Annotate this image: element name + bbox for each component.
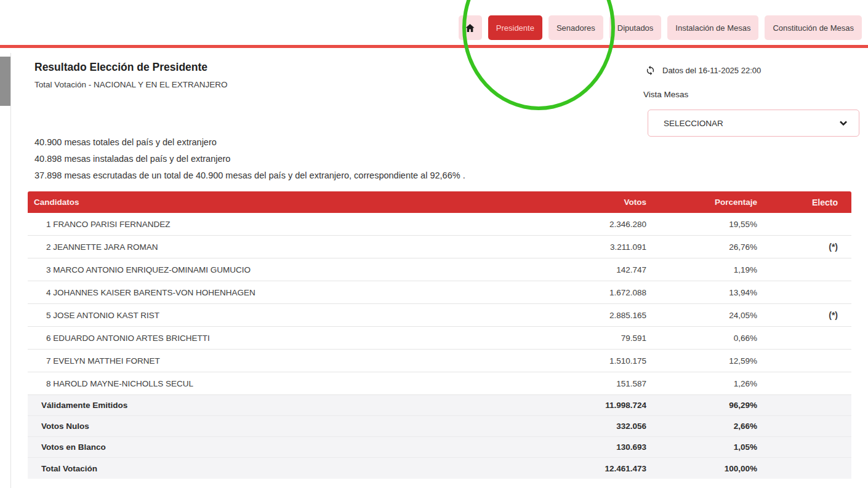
side-drawer-handle[interactable] xyxy=(0,57,10,106)
votes-cell: 151.587 xyxy=(554,379,662,388)
candidate-name-cell: 2 JEANNETTE JARA ROMAN xyxy=(28,242,554,252)
votes-cell: 11.998.724 xyxy=(554,401,662,410)
candidate-name-cell: 4 JOHANNES KAISER BARENTS-VON HOHENHAGEN xyxy=(28,288,554,297)
percentage-cell: 100,00% xyxy=(662,464,757,473)
votes-cell: 79.591 xyxy=(554,334,662,343)
tab-constitucion-de-mesas[interactable]: Constitución de Mesas xyxy=(765,15,862,40)
percentage-cell: 96,29% xyxy=(662,401,757,410)
header-porcentaje: Porcentaje xyxy=(662,198,757,207)
percentage-cell: 1,26% xyxy=(662,379,757,388)
votes-cell: 3.211.091 xyxy=(554,242,662,252)
table-row: 8 HAROLD MAYNE-NICHOLLS SECUL151.5871,26… xyxy=(28,372,851,395)
tab-diputados[interactable]: Diputados xyxy=(609,15,662,40)
servel-results-page: Presidente Senadores Diputados Instalaci… xyxy=(0,0,868,488)
tab-presidente[interactable]: Presidente xyxy=(488,15,542,40)
percentage-cell: 19,55% xyxy=(662,220,757,229)
votes-cell: 1.672.088 xyxy=(554,288,662,297)
votes-cell: 130.693 xyxy=(554,442,662,452)
vista-mesas-label: Vista Mesas xyxy=(643,90,688,99)
summary-row: Votos Nulos332.0562,66% xyxy=(28,416,851,437)
percentage-cell: 0,66% xyxy=(662,334,757,343)
summary-row: Válidamente Emitidos11.998.72496,29% xyxy=(28,395,851,416)
summary-row: Total Votación12.461.473100,00% xyxy=(28,458,851,479)
table-row: 7 EVELYN MATTHEI FORNET1.510.17512,59% xyxy=(28,350,851,372)
header-candidatos: Candidatos xyxy=(28,198,554,207)
candidate-name-cell: Válidamente Emitidos xyxy=(28,401,554,410)
top-navigation: Presidente Senadores Diputados Instalaci… xyxy=(459,15,862,40)
mesa-statistics: 40.900 mesas totales del país y del extr… xyxy=(34,134,465,184)
refresh-icon[interactable] xyxy=(645,65,656,76)
votes-cell: 142.747 xyxy=(554,265,662,274)
electo-cell: (*) xyxy=(757,310,851,320)
percentage-cell: 13,94% xyxy=(662,288,757,297)
data-timestamp: Datos del 16-11-2025 22:00 xyxy=(662,66,761,75)
candidate-name-cell: Votos en Blanco xyxy=(28,442,554,452)
percentage-cell: 1,19% xyxy=(662,265,757,274)
table-row: 6 EDUARDO ANTONIO ARTES BRICHETTI79.5910… xyxy=(28,327,851,350)
page-subtitle: Total Votación - NACIONAL Y EN EL EXTRAN… xyxy=(34,80,228,89)
candidate-name-cell: 6 EDUARDO ANTONIO ARTES BRICHETTI xyxy=(28,334,554,343)
header-votos: Votos xyxy=(554,198,662,207)
candidate-name-cell: 3 MARCO ANTONIO ENRIQUEZ-OMINAMI GUMUCIO xyxy=(28,265,554,274)
vista-mesas-select[interactable]: SELECCIONAR xyxy=(648,110,859,137)
percentage-cell: 2,66% xyxy=(662,422,757,431)
table-header-row: Candidatos Votos Porcentaje Electo xyxy=(28,191,851,213)
percentage-cell: 12,59% xyxy=(662,356,757,366)
header-electo: Electo xyxy=(757,198,851,207)
candidate-name-cell: Total Votación xyxy=(28,464,554,473)
stat-line: 40.900 mesas totales del país y del extr… xyxy=(34,134,465,151)
candidate-name-cell: Votos Nulos xyxy=(28,422,554,431)
table-row: 3 MARCO ANTONIO ENRIQUEZ-OMINAMI GUMUCIO… xyxy=(28,258,851,281)
table-row: 2 JEANNETTE JARA ROMAN3.211.09126,76%(*) xyxy=(28,236,851,258)
percentage-cell: 26,76% xyxy=(662,242,757,252)
table-row: 1 FRANCO PARISI FERNANDEZ2.346.28019,55% xyxy=(28,213,851,236)
data-timestamp-row: Datos del 16-11-2025 22:00 xyxy=(645,65,761,76)
candidate-name-cell: 1 FRANCO PARISI FERNANDEZ xyxy=(28,220,554,229)
votes-cell: 332.056 xyxy=(554,422,662,431)
candidate-name-cell: 8 HAROLD MAYNE-NICHOLLS SECUL xyxy=(28,379,554,388)
table-row: 4 JOHANNES KAISER BARENTS-VON HOHENHAGEN… xyxy=(28,281,851,304)
card-edge-line xyxy=(10,53,11,488)
tab-senadores[interactable]: Senadores xyxy=(549,15,603,40)
results-table: Candidatos Votos Porcentaje Electo 1 FRA… xyxy=(28,191,851,479)
candidate-name-cell: 5 JOSE ANTONIO KAST RIST xyxy=(28,311,554,320)
percentage-cell: 24,05% xyxy=(662,311,757,320)
votes-cell: 1.510.175 xyxy=(554,356,662,366)
votes-cell: 2.346.280 xyxy=(554,220,662,229)
page-title: Resultado Elección de Presidente xyxy=(34,61,207,74)
results-rows: 1 FRANCO PARISI FERNANDEZ2.346.28019,55%… xyxy=(28,213,851,479)
candidate-name-cell: 7 EVELYN MATTHEI FORNET xyxy=(28,356,554,366)
chevron-down-icon xyxy=(839,119,848,127)
stat-line: 40.898 mesas instaladas del país y del e… xyxy=(34,151,465,167)
electo-cell: (*) xyxy=(757,242,851,252)
stat-line: 37.898 mesas escrutadas de un total de 4… xyxy=(34,167,465,184)
table-row: 5 JOSE ANTONIO KAST RIST2.885.16524,05%(… xyxy=(28,304,851,327)
summary-row: Votos en Blanco130.6931,05% xyxy=(28,437,851,458)
percentage-cell: 1,05% xyxy=(662,442,757,452)
select-value: SELECCIONAR xyxy=(648,119,839,128)
home-icon xyxy=(465,23,475,33)
votes-cell: 12.461.473 xyxy=(554,464,662,473)
tab-instalacion-de-mesas[interactable]: Instalación de Mesas xyxy=(667,15,758,40)
home-button[interactable] xyxy=(459,15,482,40)
votes-cell: 2.885.165 xyxy=(554,311,662,320)
red-divider xyxy=(0,45,868,48)
